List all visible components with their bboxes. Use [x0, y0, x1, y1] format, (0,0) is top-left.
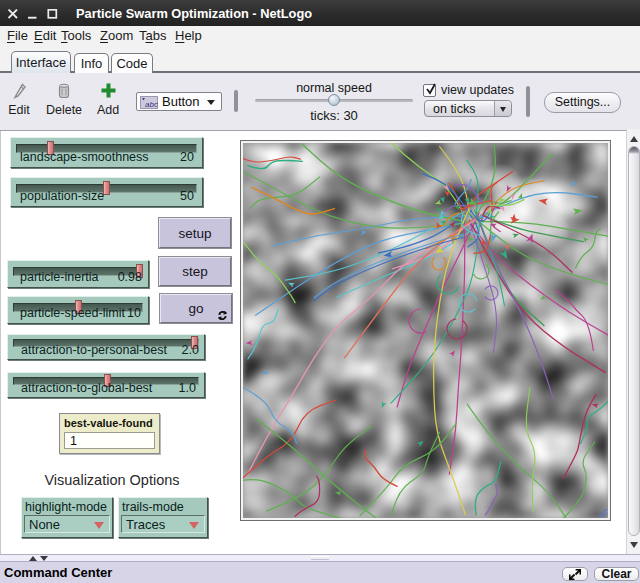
svg-text:abc: abc: [145, 100, 158, 109]
